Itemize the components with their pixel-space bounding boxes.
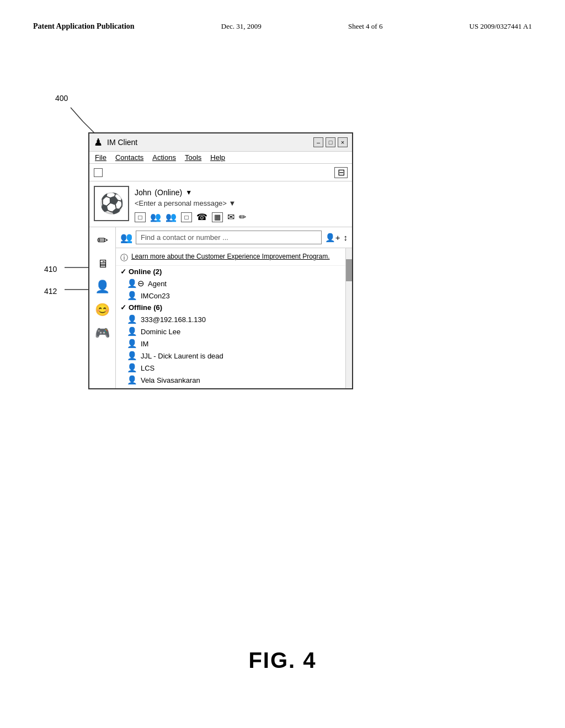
section-online[interactable]: ✓ Online (2) <box>116 266 345 277</box>
contact-lcs[interactable]: 👤 LCS <box>116 362 345 374</box>
contact-name-jjl: JJL - Dick Laurent is dead <box>141 352 223 360</box>
label-400: 400 <box>55 94 68 103</box>
icon-screen[interactable]: □ <box>135 212 146 222</box>
search-right-icons: 👤+ ↕ <box>325 233 348 243</box>
icon-phone[interactable]: ☎ <box>196 212 207 222</box>
profile-message[interactable]: <Enter a personal message> ▼ <box>135 199 246 207</box>
title-bar: ♟ IM Client – □ × <box>89 133 352 152</box>
icon-small-sq[interactable]: □ <box>181 212 192 222</box>
contact-name-im: IM <box>141 340 148 348</box>
online-chevron: ✓ <box>120 267 126 276</box>
contact-name-333: 333@192.168.1.130 <box>141 315 206 324</box>
contact-dominic-icon: 👤 <box>127 326 137 336</box>
search-box[interactable]: Find a contact or number ... <box>136 231 322 244</box>
online-label: Online <box>129 267 151 276</box>
publication-date: Dec. 31, 2009 <box>221 22 262 31</box>
contact-im[interactable]: 👤 IM <box>116 338 345 350</box>
info-link[interactable]: Learn more about the Customer Experience… <box>131 253 330 260</box>
icon-contacts[interactable]: 👥 <box>150 212 161 222</box>
patent-number: US 2009/0327441 A1 <box>470 22 532 31</box>
im-client-icon: ♟ <box>94 136 103 148</box>
section-offline[interactable]: ✓ Offline (6) <box>116 302 345 313</box>
window-title: IM Client <box>107 138 137 147</box>
icon-contacts2[interactable]: 👥 <box>166 212 177 222</box>
toolbar-filter-icon: ⊟ <box>338 167 345 178</box>
imcon23-icon: 👤 <box>127 291 137 301</box>
contact-333-icon: 👤 <box>127 314 137 324</box>
left-icon-screen[interactable]: 🖥 <box>93 254 113 274</box>
contact-dominic[interactable]: 👤 Dominic Lee <box>116 325 345 338</box>
icon-mail[interactable]: ✉ <box>227 212 234 222</box>
contact-imcon23[interactable]: 👤 IMCon23 <box>116 290 345 302</box>
profile-info: John (Online) ▼ <Enter a personal messag… <box>135 186 246 222</box>
contact-name-dominic: Dominic Lee <box>141 328 180 336</box>
contacts-icon: 👥 <box>120 232 132 244</box>
toolbar: ⊟ <box>89 164 352 181</box>
close-button[interactable]: × <box>338 137 348 147</box>
agent-icon: 👤⊖ <box>127 279 145 288</box>
restore-button[interactable]: □ <box>326 137 335 147</box>
profile-name-row: John (Online) ▼ <box>135 188 246 197</box>
contacts-list: ⓘ Learn more about the Customer Experien… <box>116 248 345 388</box>
figure-label: FIG. 4 <box>248 648 316 673</box>
contact-name-imcon23: IMCon23 <box>141 292 170 300</box>
im-window: ♟ IM Client – □ × File Contacts Actions … <box>88 132 353 389</box>
contact-333[interactable]: 👤 333@192.168.1.130 <box>116 313 345 325</box>
profile-area: ⚽ John (Online) ▼ <Enter a personal mess… <box>89 181 352 227</box>
info-text: Learn more about the Customer Experience… <box>131 253 330 260</box>
sort-icon[interactable]: ↕ <box>344 233 348 243</box>
title-bar-left: ♟ IM Client <box>94 136 137 148</box>
contacts-section: ✏ 🖥 👤 😊 🎮 👥 Find a contact or number ...… <box>89 227 352 388</box>
patent-header: Patent Application Publication Dec. 31, … <box>33 22 532 31</box>
search-placeholder: Find a contact or number ... <box>141 233 228 242</box>
contact-vela[interactable]: 👤 Vela Sivasankaran <box>116 374 345 386</box>
add-contact-icon[interactable]: 👤+ <box>325 233 340 243</box>
icon-grid[interactable]: ▦ <box>212 212 223 222</box>
contact-name-lcs: LCS <box>141 364 154 372</box>
contact-lcs-icon: 👤 <box>127 363 137 373</box>
left-icon-game[interactable]: 🎮 <box>93 323 113 343</box>
offline-label: Offline <box>129 303 151 312</box>
menu-tools[interactable]: Tools <box>185 153 201 162</box>
menu-bar: File Contacts Actions Tools Help <box>89 152 352 164</box>
profile-name: John <box>135 188 151 197</box>
contact-im-icon: 👤 <box>127 339 137 349</box>
info-row: ⓘ Learn more about the Customer Experien… <box>116 250 345 266</box>
menu-help[interactable]: Help <box>210 153 225 162</box>
status-dropdown[interactable]: ▼ <box>185 189 192 196</box>
main-content: 400 410 412 ♟ IM Client – □ × <box>33 55 532 640</box>
contacts-right: 👥 Find a contact or number ... 👤+ ↕ ⓘ <box>116 227 352 388</box>
toolbar-left <box>94 168 103 177</box>
label-410: 410 <box>44 265 57 274</box>
left-icon-person[interactable]: 👤 <box>93 277 113 297</box>
online-count: (2) <box>153 267 162 276</box>
contact-name-agent: Agent <box>148 280 167 288</box>
icon-edit[interactable]: ✏ <box>239 212 246 222</box>
avatar: ⚽ <box>94 186 129 221</box>
title-bar-controls[interactable]: – □ × <box>313 137 348 147</box>
scrollbar[interactable] <box>345 248 352 388</box>
svg-line-0 <box>71 108 83 121</box>
left-icon-emoji[interactable]: 😊 <box>93 300 113 320</box>
contact-vela-icon: 👤 <box>127 375 137 385</box>
info-icon: ⓘ <box>120 253 128 263</box>
profile-status: (Online) <box>154 188 182 197</box>
contact-agent[interactable]: 👤⊖ Agent <box>116 277 345 290</box>
menu-contacts[interactable]: Contacts <box>115 153 143 162</box>
minimize-button[interactable]: – <box>313 137 323 147</box>
left-icons-strip: ✏ 🖥 👤 😊 🎮 <box>89 227 116 388</box>
toolbar-checkbox[interactable] <box>94 168 103 177</box>
scroll-thumb[interactable] <box>346 259 352 281</box>
toolbar-icon-right[interactable]: ⊟ <box>334 167 348 178</box>
contacts-list-wrapper: ⓘ Learn more about the Customer Experien… <box>116 248 352 388</box>
profile-icons: □ 👥 👥 □ ☎ ▦ ✉ ✏ <box>135 212 246 222</box>
label-412: 412 <box>44 287 57 296</box>
contact-jjl[interactable]: 👤 JJL - Dick Laurent is dead <box>116 350 345 362</box>
menu-actions[interactable]: Actions <box>152 153 176 162</box>
offline-chevron: ✓ <box>120 303 126 312</box>
message-dropdown[interactable]: ▼ <box>229 199 236 207</box>
contact-name-vela: Vela Sivasankaran <box>141 376 200 384</box>
left-icon-chat[interactable]: ✏ <box>93 231 113 250</box>
sheet-info: Sheet 4 of 6 <box>348 22 382 31</box>
menu-file[interactable]: File <box>95 153 106 162</box>
